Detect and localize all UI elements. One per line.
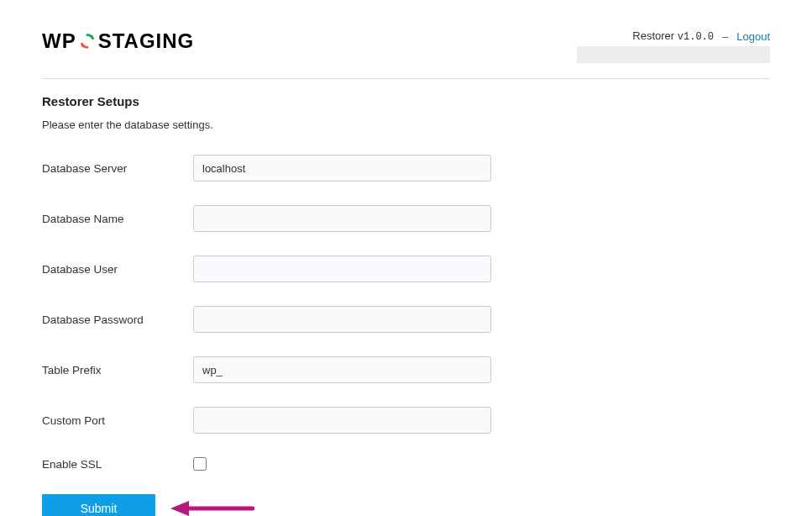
submit-button[interactable]: Submit	[42, 494, 155, 516]
section-subtitle: Please enter the database settings.	[42, 118, 770, 131]
custom-port-input[interactable]	[193, 407, 491, 434]
row-database-server: Database Server	[42, 155, 770, 182]
logo: WP STAGING	[42, 29, 194, 53]
app-label: Restorer v1.0.0	[632, 29, 714, 43]
row-database-password: Database Password	[42, 306, 770, 333]
refresh-icon	[78, 32, 97, 50]
header-divider	[42, 78, 770, 79]
label-enable-ssl: Enable SSL	[42, 458, 193, 471]
row-custom-port: Custom Port	[42, 407, 770, 434]
label-database-password: Database Password	[42, 313, 193, 326]
label-table-prefix: Table Prefix	[42, 364, 193, 376]
svg-marker-1	[170, 501, 189, 516]
arrow-icon	[170, 498, 254, 516]
section-title: Restorer Setups	[42, 94, 770, 108]
redacted-bar	[577, 46, 770, 63]
row-enable-ssl: Enable SSL	[42, 457, 770, 471]
database-server-input[interactable]	[193, 155, 491, 182]
label-database-server: Database Server	[42, 162, 193, 175]
database-name-input[interactable]	[193, 205, 491, 232]
logo-text-left: WP	[42, 29, 76, 53]
database-password-input[interactable]	[193, 306, 491, 333]
logout-link[interactable]: Logout	[736, 30, 770, 43]
submit-row: Submit	[42, 494, 770, 516]
row-table-prefix: Table Prefix	[42, 356, 770, 383]
enable-ssl-checkbox[interactable]	[193, 457, 207, 471]
label-custom-port: Custom Port	[42, 414, 193, 427]
label-database-user: Database User	[42, 263, 193, 276]
row-database-user: Database User	[42, 255, 770, 282]
header-meta: Restorer v1.0.0 – Logout	[632, 29, 770, 43]
row-database-name: Database Name	[42, 205, 770, 232]
version-text: v1.0.0	[678, 31, 714, 43]
table-prefix-input[interactable]	[193, 356, 491, 383]
separator: –	[722, 30, 728, 43]
database-user-input[interactable]	[193, 255, 491, 282]
header: WP STAGING Restorer v1.0.0 – Logout	[42, 29, 770, 63]
label-database-name: Database Name	[42, 213, 193, 225]
header-right: Restorer v1.0.0 – Logout	[577, 29, 770, 63]
logo-text-right: STAGING	[98, 29, 195, 53]
